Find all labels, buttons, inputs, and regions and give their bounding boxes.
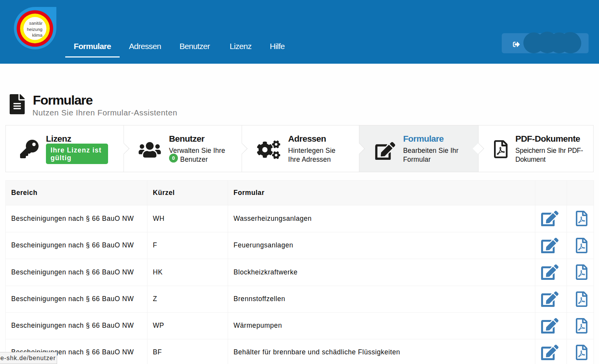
svg-text:heizung: heizung: [27, 27, 42, 32]
svg-text:sanitär: sanitär: [29, 21, 42, 25]
svg-text:klima: klima: [32, 33, 42, 37]
